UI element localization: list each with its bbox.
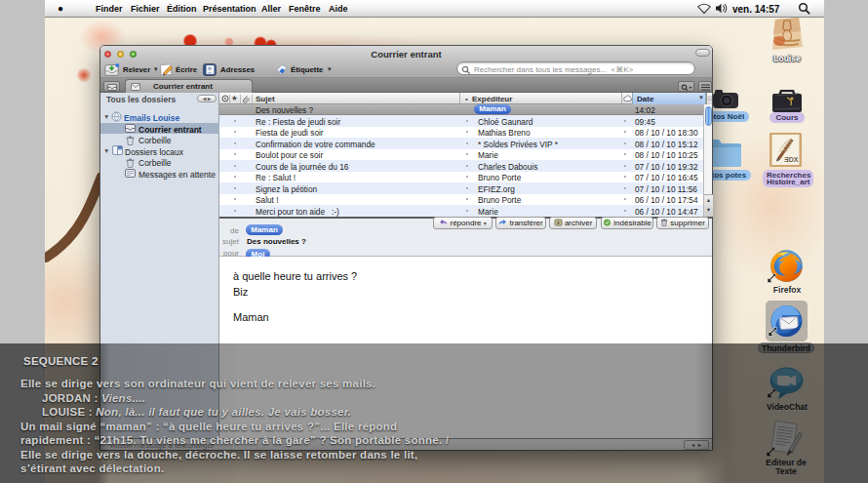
svg-text:ƎDX: ƎDX: [784, 156, 799, 163]
